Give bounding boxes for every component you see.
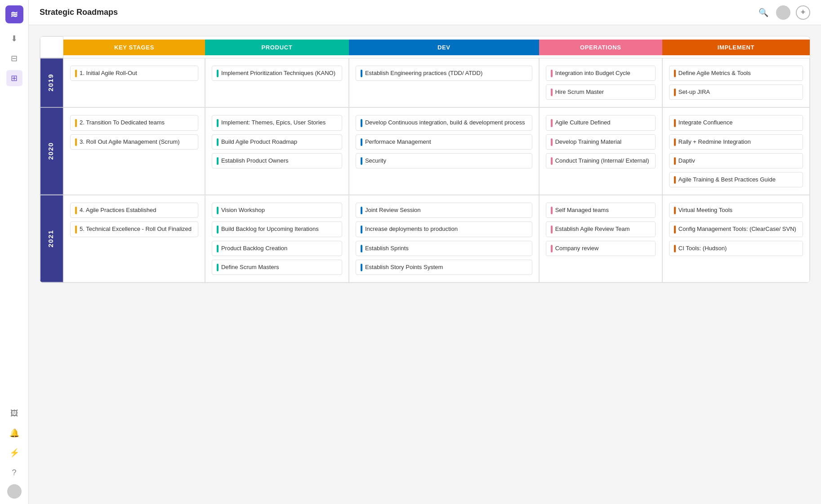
list-item: Increase deployments to production xyxy=(356,221,532,237)
item-accent-bar xyxy=(551,157,553,165)
item-label: 1. Initial Agile Roll-Out xyxy=(80,69,137,77)
cell-product-2021: Vision WorkshopBuild Backlog for Upcomin… xyxy=(205,195,349,283)
cell-product-2019: Implement Prioritization Techniques (KAN… xyxy=(205,58,349,107)
cell-implement-2021: Virtual Meeting ToolsConfig Management T… xyxy=(662,195,810,283)
lightning-icon[interactable]: ⚡ xyxy=(6,445,22,461)
list-item: Set-up JIRA xyxy=(669,84,803,100)
list-item: Security xyxy=(356,153,532,168)
sidebar: ≋ ⬇ ⊟ ⊞ 🖼 🔔 ⚡ ? xyxy=(0,0,29,504)
roadmap-icon[interactable]: ⊞ xyxy=(6,70,22,86)
item-label: 4. Agile Practices Established xyxy=(80,206,156,214)
list-item: Build Backlog for Upcoming Iterations xyxy=(212,221,342,237)
item-accent-bar xyxy=(674,88,676,96)
logo-symbol: ≋ xyxy=(10,9,18,20)
item-accent-bar xyxy=(217,138,219,146)
header-implement: IMPLEMENT xyxy=(662,36,810,58)
item-accent-bar xyxy=(217,245,219,252)
item-accent-bar xyxy=(361,207,362,214)
cell-key-stages-2021: 4. Agile Practices Established5. Technic… xyxy=(63,195,205,283)
header-product: PRODUCT xyxy=(205,36,349,58)
item-accent-bar xyxy=(551,70,553,77)
item-label: Hire Scrum Master xyxy=(555,88,604,96)
item-label: 3. Roll Out Agile Management (Scrum) xyxy=(80,138,180,146)
item-accent-bar xyxy=(361,138,362,146)
item-label: Integrate Confluence xyxy=(678,119,733,127)
item-accent-bar xyxy=(551,245,553,252)
item-label: Establish Product Owners xyxy=(221,157,289,165)
bell-icon[interactable]: 🔔 xyxy=(6,425,22,441)
header-operations: OPERATIONS xyxy=(539,36,662,58)
item-accent-bar xyxy=(217,119,219,127)
item-accent-bar xyxy=(551,138,553,146)
header-dev: DEV xyxy=(349,36,539,58)
list-icon[interactable]: ⊟ xyxy=(6,50,22,66)
item-accent-bar xyxy=(674,176,676,184)
item-label: Integration into Budget Cycle xyxy=(555,69,630,77)
item-label: 5. Technical Excellence - Roll Out Final… xyxy=(80,225,192,233)
main-area: Strategic Roadmaps 🔍 + KEY STAGES PRODUC… xyxy=(29,0,821,504)
item-accent-bar xyxy=(361,264,362,271)
cell-product-2020: Implement: Themes, Epics, User StoriesBu… xyxy=(205,107,349,195)
item-label: Implement: Themes, Epics, User Stories xyxy=(221,119,326,127)
item-label: Increase deployments to production xyxy=(365,225,458,233)
list-item: Agile Training & Best Practices Guide xyxy=(669,172,803,187)
list-item: Develop Training Material xyxy=(546,134,656,150)
list-item: Product Backlog Creation xyxy=(212,241,342,256)
user-avatar-button[interactable] xyxy=(776,5,790,20)
help-icon[interactable]: ? xyxy=(6,464,22,481)
item-label: Conduct Training (Internal/ External) xyxy=(555,157,649,165)
list-item: Build Agile Product Roadmap xyxy=(212,134,342,150)
add-button[interactable]: + xyxy=(796,5,810,20)
list-item: Vision Workshop xyxy=(212,203,342,218)
item-label: Define Agile Metrics & Tools xyxy=(678,69,751,77)
item-accent-bar xyxy=(75,70,77,77)
list-item: Conduct Training (Internal/ External) xyxy=(546,153,656,168)
list-item: 4. Agile Practices Established xyxy=(70,203,198,218)
list-item: Establish Story Points System xyxy=(356,260,532,275)
content-area: KEY STAGES PRODUCT DEV OPERATIONS IMPLEM… xyxy=(29,25,821,504)
item-accent-bar xyxy=(674,70,676,77)
list-item: CI Tools: (Hudson) xyxy=(669,241,803,256)
list-item: Integration into Budget Cycle xyxy=(546,66,656,81)
item-label: Daptiv xyxy=(678,157,695,165)
cell-dev-2020: Develop Continuous integration, build & … xyxy=(349,107,539,195)
item-accent-bar xyxy=(551,88,553,96)
year-cell-2020: 2020 xyxy=(40,107,63,195)
item-accent-bar xyxy=(551,207,553,214)
header-key-stages: KEY STAGES xyxy=(63,36,205,58)
table-row: 20214. Agile Practices Established5. Tec… xyxy=(40,195,810,283)
app-logo[interactable]: ≋ xyxy=(5,5,23,23)
item-accent-bar xyxy=(674,138,676,146)
item-label: Virtual Meeting Tools xyxy=(678,206,732,214)
item-accent-bar xyxy=(361,157,362,165)
list-item: Establish Engineering practices (TDD/ AT… xyxy=(356,66,532,81)
cell-dev-2021: Joint Review SessionIncrease deployments… xyxy=(349,195,539,283)
item-label: Establish Agile Review Team xyxy=(555,225,630,233)
avatar[interactable] xyxy=(7,484,22,499)
download-icon[interactable]: ⬇ xyxy=(6,31,22,47)
item-label: Self Managed teams xyxy=(555,206,609,214)
item-label: Build Backlog for Upcoming Iterations xyxy=(221,225,319,233)
list-item: Establish Product Owners xyxy=(212,153,342,168)
list-item: 5. Technical Excellence - Roll Out Final… xyxy=(70,221,198,237)
topbar-actions: 🔍 + xyxy=(756,5,810,20)
item-accent-bar xyxy=(217,264,219,271)
item-label: Establish Story Points System xyxy=(365,263,443,271)
list-item: Establish Sprints xyxy=(356,241,532,256)
image-icon[interactable]: 🖼 xyxy=(6,405,22,421)
list-item: Integrate Confluence xyxy=(669,115,803,130)
list-item: Agile Culture Defined xyxy=(546,115,656,130)
year-cell-2019: 2019 xyxy=(40,58,63,107)
page-title: Strategic Roadmaps xyxy=(40,8,756,17)
item-accent-bar xyxy=(674,245,676,252)
list-item: Virtual Meeting Tools xyxy=(669,203,803,218)
item-accent-bar xyxy=(217,70,219,77)
cell-implement-2020: Integrate ConfluenceRally + Redmine Inte… xyxy=(662,107,810,195)
list-item: Joint Review Session xyxy=(356,203,532,218)
item-label: CI Tools: (Hudson) xyxy=(678,244,727,252)
item-label: Security xyxy=(365,157,386,165)
search-button[interactable]: 🔍 xyxy=(756,5,771,20)
cell-key-stages-2020: 2. Transition To Dedicated teams3. Roll … xyxy=(63,107,205,195)
cell-dev-2019: Establish Engineering practices (TDD/ AT… xyxy=(349,58,539,107)
list-item: Config Management Tools: (ClearCase/ SVN… xyxy=(669,221,803,237)
